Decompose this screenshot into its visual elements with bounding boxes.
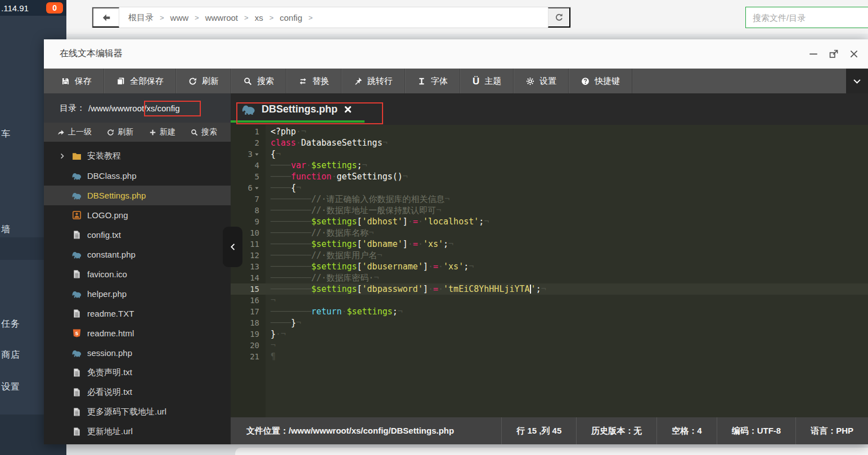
tree-item[interactable]: 更新地址.url	[44, 422, 231, 442]
notification-badge[interactable]: 0	[46, 2, 63, 13]
breadcrumb-item[interactable]: xs	[255, 13, 263, 22]
chevron-spacer	[59, 408, 68, 417]
breadcrumb-item[interactable]: www	[170, 13, 189, 22]
toolbar-search-button[interactable]: 搜索	[231, 69, 286, 93]
code-line[interactable]: 12────────//·数据库用户名¬	[231, 250, 868, 261]
toolbar-font-button[interactable]: 字体	[405, 69, 460, 93]
toolbar-label: 设置	[539, 76, 556, 87]
code-line[interactable]: 9────────$settings['dbhost']·=·'localhos…	[231, 216, 868, 227]
toolbar-goto-line-button[interactable]: 跳转行	[341, 69, 405, 93]
tree-item[interactable]: config.txt	[44, 225, 231, 245]
toolbar-refresh-button[interactable]: 刷新	[176, 69, 231, 93]
minimize-button[interactable]	[808, 49, 818, 59]
code-line[interactable]: 19}·¬	[231, 328, 868, 340]
tree-toolbar-new-button[interactable]: 新建	[149, 127, 176, 137]
toolbar-hotkeys-button[interactable]: 快捷键	[569, 69, 632, 93]
sidebar-item[interactable]: 墙	[1, 224, 11, 236]
chevron-left-icon	[229, 243, 237, 251]
sidebar-item[interactable]: 车	[1, 128, 11, 140]
maximize-button[interactable]	[829, 49, 839, 59]
toolbar-label: 跳转行	[367, 76, 393, 87]
sidebar-item[interactable]: 任务	[1, 318, 20, 330]
code-line[interactable]: 7────────//·请正确输入你数据库的相关信息¬	[231, 193, 868, 205]
code-line[interactable]: 3{¬	[231, 148, 868, 160]
file-name: readme.html	[87, 328, 134, 338]
tree-toolbar-refresh-button[interactable]: 刷新	[107, 127, 133, 137]
fold-caret-icon[interactable]	[254, 152, 259, 157]
code-line[interactable]: 15────────$settings['dbpassword']·=·'tmE…	[231, 283, 868, 295]
toolbar-label: 主题	[484, 76, 501, 87]
chevron-spacer	[59, 270, 68, 279]
breadcrumb-item[interactable]: config	[280, 13, 302, 22]
code-editor[interactable]: 1<?php·¬2class·DatabaseSettings¬3{¬4────…	[231, 125, 868, 417]
search-input[interactable]	[745, 7, 868, 28]
tree-item[interactable]: favicon.ico	[44, 264, 231, 284]
back-button[interactable]	[92, 7, 119, 28]
sidebar-item[interactable]: 商店	[1, 349, 20, 361]
doc-icon	[72, 388, 82, 397]
code-line[interactable]: 14────────//·数据库密码·¬	[231, 272, 868, 283]
toolbar-save-button[interactable]: 保存	[50, 69, 104, 93]
code-line[interactable]: 2class·DatabaseSettings¬	[231, 137, 868, 148]
tab-close-icon[interactable]	[344, 105, 352, 114]
tree-item[interactable]: constant.php	[44, 245, 231, 264]
toolbar-settings-button[interactable]: 设置	[514, 69, 569, 93]
tree-toolbar-up-button[interactable]: 上一级	[57, 127, 92, 137]
tree-item[interactable]: LOGO.png	[44, 205, 231, 225]
statusbar-cell[interactable]: 语言：PHP	[795, 417, 868, 444]
code-line[interactable]: 5────function·getSettings()¬	[231, 171, 868, 182]
code-line[interactable]: 16¬	[231, 295, 868, 306]
breadcrumb-item[interactable]: wwwroot	[205, 13, 238, 22]
statusbar-cell[interactable]: 历史版本：无	[576, 417, 656, 444]
code-line[interactable]: 4────var·$settings;¬	[231, 160, 868, 171]
tree-item[interactable]: 5readme.html	[44, 323, 231, 343]
code-line[interactable]: 21¶	[231, 351, 868, 362]
toolbar-replace-button[interactable]: 替换	[286, 69, 341, 93]
tree-item[interactable]: 更多源码下载地址.url	[44, 402, 231, 422]
breadcrumb-item[interactable]: 根目录	[128, 12, 154, 23]
code-line[interactable]: 8────────//·数据库地址一般保持默认即可¬	[231, 205, 868, 216]
code-line[interactable]: 10────────//·数据库名称¬	[231, 227, 868, 238]
tree-item[interactable]: DBClass.php	[44, 166, 231, 186]
tree-item[interactable]: 安装教程	[44, 146, 231, 166]
line-number: 20	[231, 340, 266, 351]
code-line[interactable]: 17────────return·$settings;¬	[231, 306, 868, 317]
tree-item[interactable]: readme.TXT	[44, 304, 231, 323]
chevron-right-icon[interactable]	[59, 152, 68, 161]
doc-icon	[72, 309, 82, 318]
line-number: 9	[231, 216, 266, 227]
refresh-path-button[interactable]	[548, 7, 570, 28]
server-ip-label: .114.91	[1, 3, 29, 13]
php-icon	[72, 348, 82, 358]
line-number: 19	[231, 328, 266, 340]
file-name: 免责声明.txt	[87, 367, 132, 378]
code-line[interactable]: 18────}¬	[231, 317, 868, 328]
tree-item[interactable]: 必看说明.txt	[44, 382, 231, 402]
statusbar-cell[interactable]: 空格：4	[656, 417, 716, 444]
code-line[interactable]: 20¬	[231, 340, 868, 351]
line-number: 15	[231, 283, 266, 295]
code-line[interactable]: 1<?php·¬	[231, 126, 868, 137]
line-content: ────────return·$settings;¬	[266, 306, 403, 317]
toolbar-save-all-button[interactable]: 全部保存	[104, 69, 176, 93]
sidebar-item[interactable]: 设置	[1, 381, 20, 393]
file-name: readme.TXT	[87, 309, 134, 318]
breadcrumb-bar: 根目录>www>wwwroot>xs>config>	[92, 7, 571, 28]
tree-item[interactable]: 免责声明.txt	[44, 363, 231, 382]
collapse-tree-button[interactable]	[223, 227, 242, 267]
statusbar-cell[interactable]: 行 15 ,列 45	[501, 417, 576, 444]
toolbar-theme-button[interactable]: Ü主题	[460, 69, 514, 93]
fold-caret-icon[interactable]	[254, 186, 259, 191]
tree-toolbar-search-button[interactable]: 搜索	[191, 127, 217, 137]
tree-item[interactable]: session.php	[44, 343, 231, 363]
tree-item[interactable]: DBSettings.php	[44, 186, 231, 205]
code-line[interactable]: 11────────$settings['dbname']·=·'xs';¬	[231, 238, 868, 250]
toolbar-overflow-button[interactable]	[846, 69, 868, 93]
line-content: ────────$settings['dbusername']·=·'xs';¬	[266, 261, 474, 272]
statusbar-cell[interactable]: 编码：UTF-8	[717, 417, 796, 444]
code-line[interactable]: 13────────$settings['dbusername']·=·'xs'…	[231, 261, 868, 272]
close-icon	[849, 49, 859, 59]
close-button[interactable]	[849, 49, 859, 59]
code-line[interactable]: 6────{¬	[231, 182, 868, 193]
tree-item[interactable]: helper.php	[44, 284, 231, 304]
